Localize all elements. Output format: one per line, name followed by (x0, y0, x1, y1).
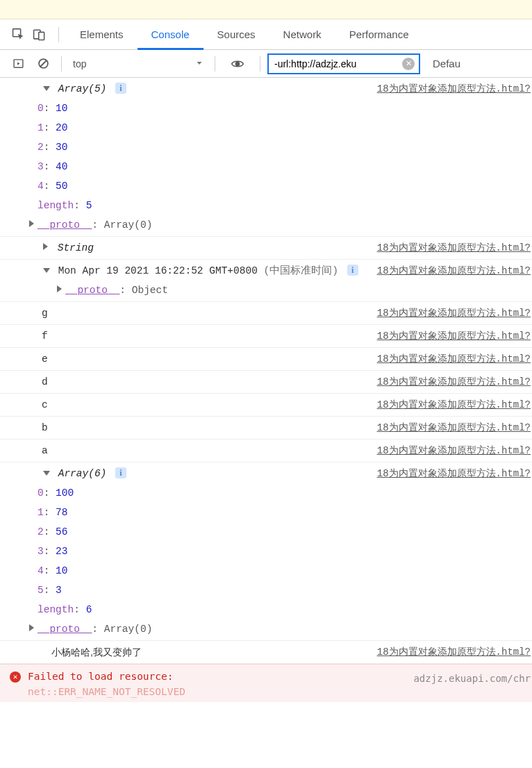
source-link[interactable]: 18为内置对象添加原型方法.html? (377, 399, 531, 410)
log-row[interactable]: Array(6) i 0: 100 1: 78 2: 56 3: 23 4: 1… (0, 462, 532, 641)
filter-input[interactable] (274, 58, 399, 69)
log-row[interactable]: 小杨哈哈,我又变帅了 18为内置对象添加原型方法.html? (0, 641, 532, 664)
tab-console[interactable]: Console (138, 19, 203, 50)
separator (215, 56, 215, 72)
svg-line-5 (40, 60, 47, 67)
log-row[interactable]: d18为内置对象添加原型方法.html? (0, 371, 532, 394)
expand-down-icon[interactable] (43, 471, 50, 476)
info-icon[interactable]: i (347, 265, 358, 276)
tab-sources[interactable]: Sources (203, 19, 269, 50)
source-link[interactable]: 18为内置对象添加原型方法.html? (377, 242, 531, 253)
error-message-2: net::ERR_NAME_NOT_RESOLVED (28, 684, 185, 699)
chevron-down-icon (195, 58, 203, 69)
log-row[interactable]: b18为内置对象添加原型方法.html? (0, 417, 532, 440)
info-icon[interactable]: i (115, 83, 126, 94)
error-row[interactable]: ✕ Failed to load resource: net::ERR_NAME… (0, 664, 532, 702)
log-row[interactable]: e18为内置对象添加原型方法.html? (0, 348, 532, 371)
device-toggle-icon[interactable] (31, 26, 47, 43)
expand-right-icon[interactable] (43, 243, 49, 250)
context-selector[interactable]: top (69, 55, 208, 73)
source-link[interactable]: 18为内置对象添加原型方法.html? (377, 353, 531, 365)
source-link[interactable]: 18为内置对象添加原型方法.html? (377, 646, 531, 658)
expand-down-icon[interactable] (43, 86, 50, 91)
separator (58, 27, 59, 42)
source-link[interactable]: 18为内置对象添加原型方法.html? (377, 445, 531, 456)
source-link[interactable]: 18为内置对象添加原型方法.html? (377, 308, 531, 319)
filter-input-wrapper: ✕ (267, 53, 420, 74)
console-output: Array(5) i 0: 10 1: 20 2: 30 3: 40 4: 50… (0, 78, 532, 702)
log-row[interactable]: Mon Apr 19 2021 16:22:52 GMT+0800 (中国标准时… (0, 260, 532, 302)
separator (61, 56, 62, 72)
expand-down-icon[interactable] (43, 268, 50, 273)
svg-rect-2 (38, 32, 44, 40)
error-source[interactable]: adzjz.ekuapi.com/chr (413, 669, 532, 699)
error-message-1: Failed to load resource: (28, 669, 185, 684)
tab-elements[interactable]: Elements (66, 19, 138, 50)
live-expression-icon[interactable] (229, 56, 246, 72)
context-value: top (73, 58, 86, 69)
toggle-sidebar-icon[interactable] (10, 56, 26, 72)
log-row[interactable]: f18为内置对象添加原型方法.html? (0, 325, 532, 348)
expand-right-icon[interactable] (29, 624, 35, 631)
source-link[interactable]: 18为内置对象添加原型方法.html? (377, 265, 531, 276)
object-header: Array(6) (58, 468, 107, 479)
source-link[interactable]: 18为内置对象添加原型方法.html? (377, 83, 531, 94)
log-row[interactable]: c18为内置对象添加原型方法.html? (0, 394, 532, 417)
error-icon: ✕ (10, 671, 21, 683)
levels-label[interactable]: Defau (433, 58, 460, 69)
object-header: Array(5) (58, 83, 107, 94)
clear-filter-icon[interactable]: ✕ (402, 58, 415, 70)
date-header: Mon Apr 19 2021 16:22:52 GMT+0800 (58, 265, 258, 276)
log-text: 小杨哈哈,我又变帅了 (10, 642, 142, 662)
info-icon[interactable]: i (115, 467, 126, 478)
tab-performance[interactable]: Performance (335, 19, 423, 50)
log-row[interactable]: String 18为内置对象添加原型方法.html? (0, 237, 532, 260)
log-row[interactable]: Array(5) i 0: 10 1: 20 2: 30 3: 40 4: 50… (0, 78, 532, 237)
clear-console-icon[interactable] (35, 56, 51, 72)
tab-network[interactable]: Network (269, 19, 335, 50)
log-row[interactable]: g18为内置对象添加原型方法.html? (0, 302, 532, 325)
warning-bar (0, 0, 532, 19)
object-header: String (58, 242, 94, 253)
svg-point-6 (236, 62, 240, 65)
expand-right-icon[interactable] (57, 285, 63, 292)
source-link[interactable]: 18为内置对象添加原型方法.html? (377, 376, 531, 387)
console-toolbar: top ✕ Defau (0, 50, 532, 78)
log-row[interactable]: a18为内置对象添加原型方法.html? (0, 440, 532, 462)
source-link[interactable]: 18为内置对象添加原型方法.html? (377, 331, 531, 342)
separator (260, 56, 260, 72)
devtools-tabs: Elements Console Sources Network Perform… (0, 19, 532, 50)
source-link[interactable]: 18为内置对象添加原型方法.html? (377, 422, 531, 433)
expand-right-icon[interactable] (29, 220, 35, 227)
source-link[interactable]: 18为内置对象添加原型方法.html? (377, 468, 531, 479)
inspect-element-icon[interactable] (10, 26, 26, 43)
